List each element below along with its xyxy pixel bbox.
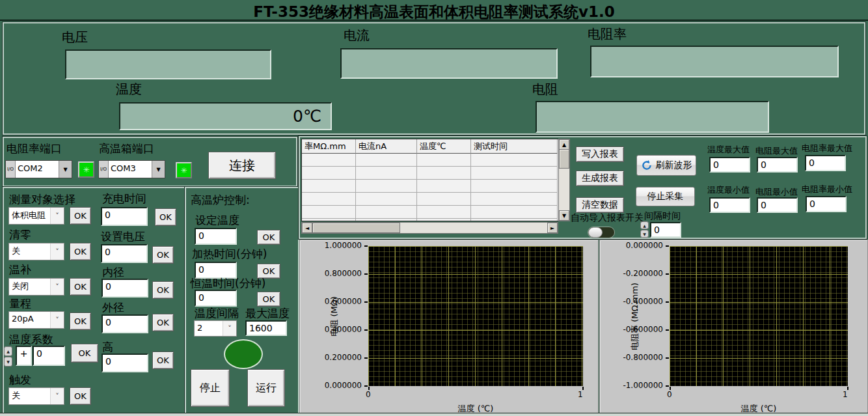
set-voltage-ok-button[interactable]: OK <box>152 246 174 264</box>
vscroll-thumb[interactable] <box>559 149 569 169</box>
table-row[interactable] <box>302 154 558 167</box>
outer-dia-input[interactable]: 0 <box>102 314 148 333</box>
table-cell[interactable] <box>356 154 417 167</box>
inner-dia-input[interactable]: 0 <box>102 279 148 298</box>
trigger-select[interactable]: 关 ˅ <box>8 387 64 405</box>
outer-dia-ok-button[interactable]: OK <box>152 314 174 331</box>
zero-ok-button[interactable]: OK <box>70 243 91 260</box>
chevron-down-icon[interactable]: ˅ <box>50 279 64 295</box>
tempcoef-ok-button[interactable]: OK <box>71 344 98 363</box>
table-row[interactable] <box>302 219 558 221</box>
stop-collect-button[interactable]: 停止采集 <box>636 187 695 206</box>
table-cell[interactable] <box>417 180 471 193</box>
table-cell[interactable] <box>302 180 356 193</box>
table-cell[interactable] <box>302 193 356 206</box>
temp-interval-select[interactable]: 2 ˅ <box>194 320 237 337</box>
write-report-button[interactable]: 写入报表 <box>576 146 624 162</box>
hold-time-input[interactable]: 0 <box>195 290 237 307</box>
table-cell[interactable] <box>471 167 558 180</box>
table-cell[interactable] <box>417 167 471 180</box>
table-row[interactable] <box>302 167 558 180</box>
table-header-cell[interactable]: 率MΩ.mm <box>302 139 356 154</box>
hscroll-thumb[interactable] <box>312 223 400 233</box>
spinner-down-icon[interactable]: ▼ <box>4 357 12 367</box>
scroll-right-icon[interactable]: ► <box>547 223 558 233</box>
table-cell[interactable] <box>471 180 558 193</box>
table-cell[interactable] <box>356 219 417 221</box>
table-cell[interactable] <box>471 219 558 221</box>
auto-import-toggle[interactable] <box>588 227 615 238</box>
table-cell[interactable] <box>356 206 417 219</box>
spinner-up-icon[interactable]: ▲ <box>640 221 649 229</box>
clear-data-button[interactable]: 清空数据 <box>576 197 624 213</box>
refresh-waveform-button[interactable]: 刷新波形 <box>636 155 696 176</box>
dropdown-arrow-icon[interactable]: ▼ <box>59 161 72 178</box>
height-ok-button[interactable]: OK <box>152 352 174 369</box>
table-cell[interactable] <box>471 193 558 206</box>
data-table[interactable]: 率MΩ.mm电流nA温度℃测试时间 <box>301 139 559 221</box>
table-cell[interactable] <box>356 193 417 206</box>
table-cell[interactable] <box>302 154 356 167</box>
table-cell[interactable] <box>471 206 558 219</box>
connect-button[interactable]: 连接 <box>208 152 276 179</box>
table-cell[interactable] <box>417 219 471 221</box>
measure-ok-button[interactable]: OK <box>70 207 91 225</box>
tempcoef-spinner[interactable]: ▲ ▼ <box>4 346 12 367</box>
tempcoef-sign-box[interactable]: + <box>16 346 32 366</box>
interval-time-input[interactable]: 0 <box>650 222 681 238</box>
table-cell[interactable] <box>417 193 471 206</box>
chevron-down-icon[interactable]: ˅ <box>223 321 236 336</box>
chevron-down-icon[interactable]: ˅ <box>50 388 64 404</box>
range-select[interactable]: 20pA ˅ <box>8 311 64 329</box>
table-header-cell[interactable]: 电流nA <box>356 139 417 154</box>
spinner-up-icon[interactable]: ▲ <box>4 346 12 356</box>
zero-select[interactable]: 关 ˅ <box>8 243 64 260</box>
max-temp-input[interactable]: 1600 <box>245 320 287 336</box>
set-temp-ok-button[interactable]: OK <box>257 230 280 245</box>
measure-select[interactable]: 体积电阻 ˅ <box>8 207 64 225</box>
resistivity-port-select[interactable]: I/O COM2 ▼ <box>5 160 72 178</box>
table-cell[interactable] <box>356 167 417 180</box>
scroll-down-icon[interactable]: ▼ <box>559 210 569 221</box>
table-cell[interactable] <box>302 206 356 219</box>
table-header-cell[interactable]: 测试时间 <box>471 139 558 154</box>
spinner-down-icon[interactable]: ▼ <box>640 230 649 238</box>
table-cell[interactable] <box>356 180 417 193</box>
tempcomp-ok-button[interactable]: OK <box>70 278 91 296</box>
table-cell[interactable] <box>302 167 356 180</box>
set-temp-input[interactable]: 0 <box>195 228 237 245</box>
dropdown-arrow-icon[interactable]: ▼ <box>152 161 165 178</box>
toggle-knob[interactable] <box>588 227 603 238</box>
generate-report-button[interactable]: 生成报表 <box>576 171 624 186</box>
table-vscrollbar[interactable]: ▲ ▼ <box>558 139 570 221</box>
height-input[interactable]: 0 <box>102 354 148 372</box>
furnace-run-button[interactable]: 运行 <box>247 369 285 407</box>
trigger-ok-button[interactable]: OK <box>70 387 91 405</box>
range-ok-button[interactable]: OK <box>70 312 91 330</box>
table-hscrollbar[interactable]: ◄ ► <box>301 222 558 234</box>
tempcomp-select[interactable]: 关闭 ˅ <box>8 278 64 296</box>
scroll-up-icon[interactable]: ▲ <box>559 139 569 150</box>
hold-time-ok-button[interactable]: OK <box>257 292 280 307</box>
table-row[interactable] <box>302 180 558 193</box>
scroll-left-icon[interactable]: ◄ <box>302 223 312 233</box>
chevron-down-icon[interactable]: ˅ <box>50 312 64 328</box>
table-cell[interactable] <box>471 154 558 167</box>
charge-time-ok-button[interactable]: OK <box>155 208 176 226</box>
table-cell[interactable] <box>302 219 356 221</box>
interval-time-spinner[interactable]: ▲ ▼ <box>640 221 649 238</box>
chevron-down-icon[interactable]: ˅ <box>50 243 64 260</box>
furnace-stop-button[interactable]: 停止 <box>191 369 230 407</box>
visa-io-icon: I/O <box>6 161 16 178</box>
chevron-down-icon[interactable]: ˅ <box>50 208 64 224</box>
set-voltage-input[interactable]: 0 <box>101 244 148 263</box>
table-row[interactable] <box>302 193 558 206</box>
table-header-cell[interactable]: 温度℃ <box>417 139 471 154</box>
charge-time-input[interactable]: 0 <box>101 207 148 226</box>
inner-dia-ok-button[interactable]: OK <box>152 281 174 299</box>
table-row[interactable] <box>302 206 558 219</box>
tempcoef-input[interactable]: 0 <box>33 346 65 366</box>
oven-port-select[interactable]: I/O COM3 ▼ <box>98 160 165 178</box>
table-cell[interactable] <box>417 154 471 167</box>
table-cell[interactable] <box>417 206 471 219</box>
